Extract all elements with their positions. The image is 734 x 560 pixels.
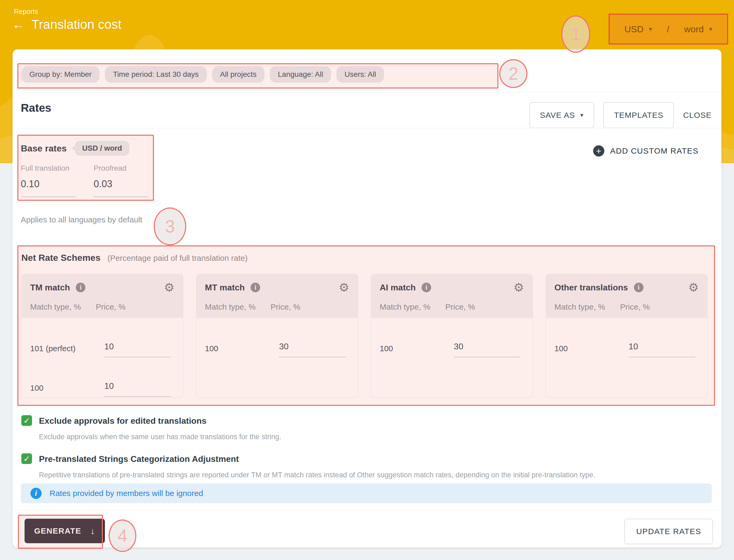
templates-button[interactable]: TEMPLATES xyxy=(603,102,674,128)
base-rates-fields: Full translation 0.10 Proofread 0.03 xyxy=(21,164,148,197)
card-title: AI match xyxy=(380,283,416,293)
price-column-header: Price, % xyxy=(620,302,687,311)
generate-button[interactable]: GENERATE ↓ xyxy=(25,519,105,543)
plus-icon: + xyxy=(593,145,604,157)
report-unit-controls: USD ▾ / word ▾ xyxy=(610,15,727,43)
input-underline xyxy=(94,197,148,197)
close-button[interactable]: CLOSE xyxy=(683,111,712,120)
price-input[interactable]: 30 xyxy=(279,342,289,351)
save-as-button[interactable]: SAVE AS ▾ xyxy=(529,102,595,128)
chip-language[interactable]: Language: All xyxy=(270,66,331,83)
rate-row: 100 30 xyxy=(196,330,358,357)
price-input[interactable]: 10 xyxy=(629,342,638,351)
unit-separator: / xyxy=(667,24,669,34)
gear-icon[interactable]: ⚙ xyxy=(339,282,349,293)
price-column-header: Price, % xyxy=(96,302,162,311)
rate-row: 100 10 xyxy=(22,369,183,397)
match-type-value: 100 xyxy=(30,383,104,397)
add-custom-rates-button[interactable]: + ADD CUSTOM RATES xyxy=(593,145,699,157)
checkbox-checked[interactable]: ✓ xyxy=(21,415,32,426)
option-description: Repetitive translations of pre-translate… xyxy=(39,471,662,479)
match-type-column-header: Match type, % xyxy=(380,302,445,311)
checkmark-icon: ✓ xyxy=(23,454,30,463)
report-options: ✓ Exclude approvals for edited translati… xyxy=(21,415,662,479)
mt-match-card: MT match i ⚙ Match type, % Price, % 100 … xyxy=(196,274,358,398)
info-icon: i xyxy=(30,488,42,499)
option-exclude-approvals: ✓ Exclude approvals for edited translati… xyxy=(21,415,662,441)
full-translation-input[interactable]: 0.10 xyxy=(21,178,75,190)
update-rates-button[interactable]: UPDATE RATES xyxy=(624,519,713,544)
chip-users[interactable]: Users: All xyxy=(336,66,384,83)
chip-projects[interactable]: All projects xyxy=(212,66,265,83)
info-icon[interactable]: i xyxy=(250,283,260,292)
price-input[interactable]: 10 xyxy=(104,342,114,351)
back-arrow-icon[interactable]: ← xyxy=(12,18,25,31)
rates-section-title: Rates xyxy=(21,102,51,114)
rate-row: 100 10 xyxy=(546,330,707,357)
base-rates-unit-badge: USD / word xyxy=(75,141,129,156)
option-pretranslated-adjustment: ✓ Pre-translated Strings Categorization … xyxy=(21,453,662,479)
info-icon[interactable]: i xyxy=(76,283,85,292)
checkmark-icon: ✓ xyxy=(23,416,30,425)
gear-icon[interactable]: ⚙ xyxy=(514,282,524,293)
info-banner: i Rates provided by members will be igno… xyxy=(21,483,712,503)
price-input[interactable]: 30 xyxy=(454,342,464,351)
input-underline xyxy=(21,197,75,197)
net-rate-schemes-subtitle: (Percentage paid of full translation rat… xyxy=(107,254,247,263)
other-translations-card: Other translations i ⚙ Match type, % Pri… xyxy=(546,274,708,398)
full-translation-field: Full translation 0.10 xyxy=(21,164,75,197)
match-type-value: 100 xyxy=(205,344,279,357)
net-rate-schemes-title: Net Rate Schemes xyxy=(21,253,101,263)
card-title: MT match xyxy=(205,283,245,293)
info-icon[interactable]: i xyxy=(634,283,644,292)
rate-row: 101 (perfect) 10 xyxy=(22,330,183,357)
gear-icon[interactable]: ⚙ xyxy=(688,282,699,293)
ai-match-card: AI match i ⚙ Match type, % Price, % 100 … xyxy=(371,274,533,398)
chip-time-period[interactable]: Time period: Last 30 days xyxy=(105,66,206,83)
proofread-field: Proofread 0.03 xyxy=(94,164,148,197)
proofread-label: Proofread xyxy=(94,164,148,173)
tm-match-card: TM match i ⚙ Match type, % Price, % 101 … xyxy=(21,274,183,398)
card-title: TM match xyxy=(30,283,70,293)
checkbox-checked[interactable]: ✓ xyxy=(21,453,32,464)
applies-note: Applies to all languages by default xyxy=(21,215,142,224)
chevron-down-icon: ▾ xyxy=(709,25,712,33)
chevron-down-icon: ▾ xyxy=(580,112,584,119)
base-rates-title: Base rates xyxy=(21,143,67,154)
price-column-header: Price, % xyxy=(445,302,512,311)
divider xyxy=(13,510,721,511)
divider xyxy=(13,92,721,92)
report-settings-card: Group by: Member Time period: Last 30 da… xyxy=(13,49,721,547)
option-label: Exclude approvals for edited translation… xyxy=(39,415,206,426)
divider xyxy=(13,128,721,128)
full-translation-label: Full translation xyxy=(21,164,75,173)
info-icon[interactable]: i xyxy=(422,283,431,292)
rate-row: 100 30 xyxy=(371,330,533,357)
download-arrow-icon: ↓ xyxy=(90,526,95,536)
match-type-column-header: Match type, % xyxy=(555,302,620,311)
scheme-cards-row: TM match i ⚙ Match type, % Price, % 101 … xyxy=(21,274,708,398)
option-description: Exclude approvals when the same user has… xyxy=(39,433,662,441)
chip-group-by[interactable]: Group by: Member xyxy=(21,66,99,83)
match-type-value: 100 xyxy=(380,344,454,357)
page-title: Translation cost xyxy=(31,17,121,32)
option-label: Pre-translated Strings Categorization Ad… xyxy=(39,453,239,465)
match-type-value: 100 xyxy=(555,344,629,357)
chevron-down-icon: ▾ xyxy=(649,25,652,33)
filter-chips-row: Group by: Member Time period: Last 30 da… xyxy=(21,66,384,83)
currency-select[interactable]: USD ▾ xyxy=(624,24,652,34)
info-banner-text: Rates provided by members will be ignore… xyxy=(50,489,203,498)
proofread-input[interactable]: 0.03 xyxy=(94,178,148,190)
gear-icon[interactable]: ⚙ xyxy=(164,282,174,293)
card-title: Other translations xyxy=(555,283,628,293)
rates-actions: SAVE AS ▾ TEMPLATES CLOSE xyxy=(529,102,712,128)
price-column-header: Price, % xyxy=(270,302,337,311)
price-input[interactable]: 10 xyxy=(104,381,114,391)
match-type-column-header: Match type, % xyxy=(30,302,96,311)
match-type-value: 101 (perfect) xyxy=(30,344,104,357)
match-type-column-header: Match type, % xyxy=(205,302,270,311)
breadcrumb[interactable]: Reports xyxy=(14,7,38,16)
unit-select[interactable]: word ▾ xyxy=(684,24,712,34)
